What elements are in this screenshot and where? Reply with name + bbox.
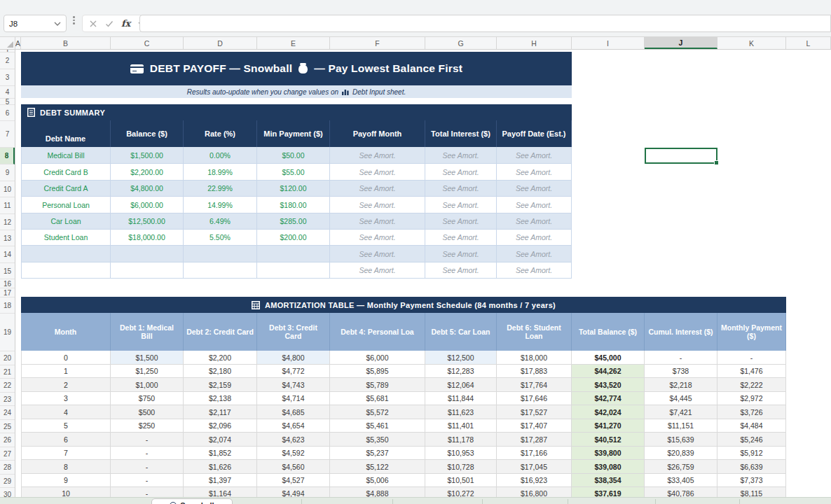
amortization-cell[interactable]: $2,096 bbox=[184, 419, 257, 433]
amortization-cell[interactable]: $1,476 bbox=[717, 365, 786, 378]
row-header-10[interactable]: 10 bbox=[0, 181, 15, 197]
amortization-cell[interactable]: $12,064 bbox=[425, 378, 497, 392]
amortization-month-cell[interactable]: 0 bbox=[21, 351, 111, 365]
summary-cell[interactable]: See Amort. bbox=[497, 164, 572, 181]
amortization-cell[interactable]: $12,500 bbox=[425, 351, 497, 365]
summary-cell[interactable] bbox=[21, 246, 111, 262]
row-header-23[interactable]: 23 bbox=[0, 393, 15, 406]
summary-cell[interactable]: $2,200.00 bbox=[111, 164, 184, 181]
summary-cell[interactable]: See Amort. bbox=[497, 147, 572, 164]
summary-cell[interactable]: See Amort. bbox=[330, 164, 425, 181]
summary-cell[interactable]: See Amort. bbox=[497, 181, 572, 197]
amortization-cell[interactable]: $4,592 bbox=[257, 447, 330, 460]
summary-cell[interactable]: $18,000.00 bbox=[111, 230, 184, 246]
summary-cell[interactable]: See Amort. bbox=[425, 214, 497, 230]
amortization-cell[interactable]: $33,405 bbox=[645, 474, 717, 487]
row-header-13[interactable]: 13 bbox=[0, 230, 15, 246]
amortization-month-cell[interactable]: 4 bbox=[21, 405, 111, 419]
amortization-month-cell[interactable]: 6 bbox=[21, 433, 111, 447]
amortization-cell[interactable]: $11,623 bbox=[425, 405, 497, 419]
summary-cell[interactable]: See Amort. bbox=[497, 197, 572, 214]
summary-cell[interactable]: See Amort. bbox=[497, 214, 572, 230]
amortization-cell[interactable]: $5,461 bbox=[330, 419, 425, 433]
amortization-cell[interactable]: $1,626 bbox=[184, 460, 257, 474]
amortization-cell[interactable]: $5,122 bbox=[330, 460, 425, 474]
amortization-cell[interactable]: $2,138 bbox=[184, 392, 257, 405]
summary-cell[interactable] bbox=[257, 262, 330, 279]
amortization-cell[interactable]: $5,789 bbox=[330, 378, 425, 392]
summary-cell[interactable]: $285.00 bbox=[257, 214, 330, 230]
summary-cell[interactable]: See Amort. bbox=[425, 246, 497, 262]
summary-cell[interactable]: See Amort. bbox=[425, 262, 497, 279]
row-header-18[interactable]: 18 bbox=[0, 298, 15, 314]
amortization-month-cell[interactable]: 9 bbox=[21, 474, 111, 487]
row-header-11[interactable]: 11 bbox=[0, 197, 15, 214]
summary-cell[interactable]: 14.99% bbox=[184, 197, 257, 214]
sheet-canvas[interactable]: DEBT PAYOFF — Snowball — Pay Lowest Bala… bbox=[15, 50, 831, 504]
summary-cell[interactable]: Credit Card A bbox=[21, 181, 111, 197]
amortization-cell[interactable]: $45,000 bbox=[572, 351, 645, 365]
amortization-cell[interactable]: $500 bbox=[111, 405, 184, 419]
amortization-month-cell[interactable]: 2 bbox=[21, 378, 111, 392]
summary-cell[interactable]: See Amort. bbox=[330, 230, 425, 246]
amortization-cell[interactable]: $4,560 bbox=[257, 460, 330, 474]
amortization-cell[interactable]: $250 bbox=[111, 419, 184, 433]
summary-cell[interactable]: 22.99% bbox=[184, 181, 257, 197]
amortization-cell[interactable]: $11,178 bbox=[425, 433, 497, 447]
amortization-cell[interactable]: - bbox=[111, 474, 184, 487]
column-header-C[interactable]: C bbox=[111, 37, 184, 49]
row-header-6[interactable]: 6 bbox=[0, 105, 15, 121]
row-header-8[interactable]: 8 bbox=[0, 148, 15, 164]
summary-cell[interactable]: Personal Loan bbox=[21, 197, 111, 214]
summary-cell[interactable]: See Amort. bbox=[330, 214, 425, 230]
amortization-cell[interactable]: $2,222 bbox=[717, 378, 786, 392]
amortization-cell[interactable]: $44,262 bbox=[572, 365, 645, 378]
amortization-cell[interactable]: $12,283 bbox=[425, 365, 497, 378]
amortization-month-cell[interactable]: 1 bbox=[21, 365, 111, 378]
column-header-K[interactable]: K bbox=[717, 37, 786, 49]
row-header-24[interactable]: 24 bbox=[0, 406, 15, 420]
amortization-cell[interactable]: $7,421 bbox=[645, 405, 717, 419]
amortization-cell[interactable]: $4,527 bbox=[257, 474, 330, 487]
amortization-cell[interactable]: $4,654 bbox=[257, 419, 330, 433]
summary-cell[interactable]: $12,500.00 bbox=[111, 214, 184, 230]
amortization-cell[interactable]: $2,117 bbox=[184, 405, 257, 419]
amortization-cell[interactable]: $5,237 bbox=[330, 447, 425, 460]
amortization-cell[interactable]: $5,246 bbox=[717, 433, 786, 447]
amortization-cell[interactable]: $4,743 bbox=[257, 378, 330, 392]
row-header-9[interactable]: 9 bbox=[0, 164, 15, 181]
amortization-cell[interactable]: $4,772 bbox=[257, 365, 330, 378]
amortization-cell[interactable]: $11,844 bbox=[425, 392, 497, 405]
summary-cell[interactable]: 5.50% bbox=[184, 230, 257, 246]
amortization-cell[interactable]: $3,726 bbox=[717, 405, 786, 419]
selected-cell-J8[interactable] bbox=[645, 148, 717, 164]
amortization-cell[interactable]: $17,883 bbox=[497, 365, 572, 378]
amortization-cell[interactable]: $5,006 bbox=[330, 474, 425, 487]
row-header-14[interactable]: 14 bbox=[0, 246, 15, 263]
amortization-cell[interactable]: $39,800 bbox=[572, 447, 645, 460]
amortization-cell[interactable]: $1,500 bbox=[111, 351, 184, 365]
amortization-cell[interactable]: - bbox=[717, 351, 786, 365]
amortization-cell[interactable]: $20,839 bbox=[645, 447, 717, 460]
amortization-cell[interactable]: $6,639 bbox=[717, 460, 786, 474]
row-header-28[interactable]: 28 bbox=[0, 461, 15, 475]
amortization-cell[interactable]: $10,728 bbox=[425, 460, 497, 474]
amortization-cell[interactable]: $43,520 bbox=[572, 378, 645, 392]
amortization-cell[interactable]: $5,572 bbox=[330, 405, 425, 419]
column-header-E[interactable]: E bbox=[257, 37, 330, 49]
amortization-cell[interactable]: $41,270 bbox=[572, 419, 645, 433]
row-header-4[interactable]: 4 bbox=[0, 86, 15, 99]
summary-cell[interactable] bbox=[184, 262, 257, 279]
amortization-cell[interactable]: $17,646 bbox=[497, 392, 572, 405]
amortization-cell[interactable]: $38,354 bbox=[572, 474, 645, 487]
row-header-21[interactable]: 21 bbox=[0, 365, 15, 379]
amortization-cell[interactable]: $6,000 bbox=[330, 351, 425, 365]
column-header-B[interactable]: B bbox=[21, 37, 111, 49]
row-header-27[interactable]: 27 bbox=[0, 447, 15, 461]
summary-cell[interactable]: $4,800.00 bbox=[111, 181, 184, 197]
summary-cell[interactable]: See Amort. bbox=[330, 262, 425, 279]
column-header-L[interactable]: L bbox=[786, 37, 831, 49]
summary-cell[interactable] bbox=[111, 246, 184, 262]
amortization-cell[interactable]: $18,000 bbox=[497, 351, 572, 365]
summary-cell[interactable]: See Amort. bbox=[330, 147, 425, 164]
